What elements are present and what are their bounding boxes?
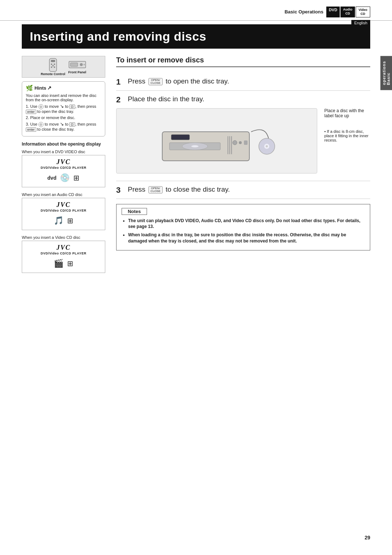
notes-title: Notes <box>122 208 147 215</box>
dvd-icon: dvd <box>48 175 57 181</box>
svg-rect-21 <box>231 136 232 154</box>
step-3-text: Press OPEN/ CLOSE to close the disc tray… <box>128 185 370 195</box>
page-number: 29 <box>364 535 370 540</box>
note-item-0: The unit can playback DVD VIDEO, Audio C… <box>128 218 365 230</box>
enter-btn-hint-3: enter <box>26 127 36 132</box>
jvc-brand-audio: JVC <box>25 201 102 209</box>
svg-point-3 <box>54 64 55 65</box>
when-video-label: When you insert a Video CD disc <box>22 235 105 240</box>
hints-leaf-icon: 🌿 <box>26 85 33 91</box>
info-section-title: Information about the opening display <box>22 142 105 147</box>
jvc-display-audio: JVC DVD/Video CD/CD PLAYER 🎵 ⊞ <box>22 198 105 230</box>
step-3-number: 3 <box>116 185 128 195</box>
step-1: 1 Press OPEN/ CLOSE to open the disc tra… <box>116 73 370 91</box>
svg-point-14 <box>191 145 199 147</box>
jvc-brand-video: JVC <box>25 244 102 252</box>
arrow-right-icon: ↘ <box>60 103 64 109</box>
open-close-btn-1: OPEN/ CLOSE <box>148 78 163 85</box>
video-disc-icon: 🎬 <box>54 259 64 268</box>
jvc-subtitle-audio: DVD/Video CD/CD PLAYER <box>25 209 102 212</box>
step-1-press: Press <box>128 77 146 85</box>
step-3: 3 Press OPEN/ CLOSE to close the disc tr… <box>116 181 370 199</box>
close-btn-hint: ⊡ <box>69 122 75 127</box>
badge-dvd: DVD <box>326 7 340 17</box>
when-dvd-label: When you insert a DVD VIDEO disc <box>22 150 105 154</box>
front-panel-label: Front Panel <box>68 70 86 74</box>
circle-btn-3: ⊙ <box>38 122 44 127</box>
disc-note-bullet: • If a disc is 8-cm disc, place it fitti… <box>324 129 370 142</box>
enter-btn-hint-1: enter <box>26 110 36 114</box>
hints-title: 🌿 Hints ↗ <box>26 85 101 91</box>
svg-rect-20 <box>229 136 230 154</box>
main-content: Remote Control Front Panel 🌿 Hints ↗ <box>22 49 370 278</box>
jvc-display-video: JVC DVD/Video CD/CD PLAYER 🎬 ⊞ <box>22 241 105 273</box>
svg-point-16 <box>239 141 242 144</box>
dvd-player-illustration <box>116 108 317 174</box>
badge-audio: AudioCD <box>340 7 355 17</box>
svg-rect-18 <box>171 135 189 140</box>
disc-note-title: Place a disc with the label face up <box>324 108 370 118</box>
note-item-1: When loading a disc in the tray, be sure… <box>128 232 365 244</box>
music-icon: 🎵 <box>54 216 64 225</box>
svg-rect-1 <box>51 60 55 62</box>
jvc-display-dvd: JVC DVD/Video CD/CD PLAYER dvd 💿 ⊞ <box>22 155 105 187</box>
svg-rect-19 <box>228 136 228 154</box>
top-header: Basic Operations DVD AudioCD VideoCD <box>0 0 392 21</box>
notes-list: The unit can playback DVD VIDEO, Audio C… <box>122 218 365 244</box>
open-btn-hint: ⊡ <box>69 105 75 109</box>
when-video-text: When you insert a Video CD disc <box>22 235 80 240</box>
hints-line-2: 2. Place or remove the disc. <box>26 115 101 120</box>
when-audio-label: When you insert an Audio CD disc <box>22 192 105 197</box>
hints-line-3: 3. Use ⊙ to move ↘ to ⊡, then press ente… <box>26 121 101 132</box>
remote-control-icon <box>46 58 60 72</box>
sidebar-controls-image: Remote Control Front Panel <box>22 56 105 78</box>
open-close-btn-3: OPEN/ CLOSE <box>148 186 163 193</box>
step-2-wrapper: 2 Place the disc in the tray. <box>116 91 370 181</box>
notes-box: Notes The unit can playback DVD VIDEO, A… <box>116 204 370 250</box>
jvc-icons-dvd: dvd 💿 ⊞ <box>25 172 102 184</box>
svg-point-24 <box>266 145 268 147</box>
svg-rect-8 <box>70 63 78 66</box>
hints-box: 🌿 Hints ↗ You can also insert and remove… <box>22 81 105 136</box>
dvd-player-svg <box>155 110 278 172</box>
arrow-icon: ⊞ <box>73 174 79 182</box>
hints-body: You can also insert and remove the disc … <box>26 93 101 132</box>
arrow2-icon: ⊞ <box>67 216 73 225</box>
step-2-body: Place a disc with the label face up • If… <box>116 108 370 174</box>
when-audio-text: When you insert an Audio CD disc <box>22 192 82 197</box>
step-1-text: Press OPEN/ CLOSE to open the disc tray. <box>128 77 370 86</box>
when-dvd-text: When you insert a DVD VIDEO disc <box>22 150 85 154</box>
circle-btn-1: ⊙ <box>38 104 44 109</box>
title-banner: Inserting and removing discs <box>22 24 370 49</box>
arrow3-icon: ⊞ <box>67 259 73 268</box>
english-badge: English <box>351 20 370 26</box>
hints-line-1: 1. Use ⊙ to move ↘ to ⊡, then press ente… <box>26 103 101 114</box>
svg-point-5 <box>54 66 55 68</box>
svg-point-6 <box>52 65 54 66</box>
jvc-brand-dvd: JVC <box>25 158 102 166</box>
disc-icon: 💿 <box>60 173 70 183</box>
basic-operations-label: Basic Operations <box>285 9 323 15</box>
section-title: To insert or remove discs <box>116 56 370 67</box>
hints-label: Hints <box>34 85 46 91</box>
jvc-subtitle-video: DVD/Video CD/CD PLAYER <box>25 252 102 255</box>
svg-point-15 <box>233 140 237 145</box>
step-1-number: 1 <box>116 77 128 87</box>
step-2-number: 2 <box>116 94 128 105</box>
hints-line-0: You can also insert and remove the disc … <box>26 93 101 102</box>
step-1-text-after: to open the disc tray. <box>166 77 229 85</box>
svg-point-9 <box>80 63 83 66</box>
badge-video: VideoCD <box>356 7 370 17</box>
sidebar: Remote Control Front Panel 🌿 Hints ↗ <box>22 56 105 278</box>
step-3-press: Press <box>128 185 146 193</box>
svg-rect-17 <box>244 140 248 145</box>
step-2-header: 2 Place the disc in the tray. <box>116 91 370 105</box>
page-title: Inserting and removing discs <box>30 29 362 44</box>
front-panel-icon <box>68 60 86 70</box>
jvc-icons-video: 🎬 ⊞ <box>25 257 102 270</box>
disc-note-area: Place a disc with the label face up • If… <box>324 108 370 174</box>
right-tab: Basicoperations <box>380 56 392 90</box>
jvc-icons-audio: 🎵 ⊞ <box>25 215 102 227</box>
svg-point-4 <box>51 66 52 68</box>
jvc-subtitle-dvd: DVD/Video CD/CD PLAYER <box>25 166 102 170</box>
